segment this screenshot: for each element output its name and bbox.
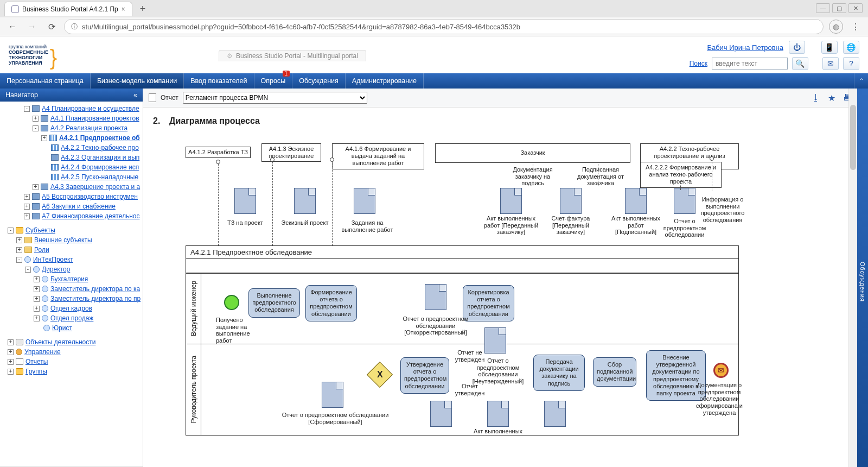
tree-toggle[interactable]: + bbox=[34, 276, 40, 282]
end-event[interactable] bbox=[713, 363, 729, 378]
new-tab-button[interactable]: + bbox=[135, 1, 151, 17]
document-artifact-icon[interactable] bbox=[234, 188, 256, 214]
tree-toggle[interactable]: + bbox=[34, 296, 40, 302]
tree-link-active[interactable]: А4.2.1 Предпроектное об bbox=[59, 134, 140, 142]
tree-link[interactable]: Роли bbox=[34, 246, 49, 254]
tree-toggle[interactable]: + bbox=[34, 306, 40, 312]
tree-toggle[interactable]: + bbox=[8, 339, 14, 345]
window-maximize[interactable]: ▢ bbox=[832, 3, 846, 13]
window-minimize[interactable]: — bbox=[816, 3, 830, 13]
tree-link[interactable]: А6 Закупки и снабжение bbox=[42, 203, 116, 210]
tree-toggle[interactable]: + bbox=[16, 247, 22, 253]
side-discussions-tab[interactable]: Обсуждения bbox=[857, 89, 868, 467]
mail-icon[interactable]: ✉ bbox=[822, 57, 839, 70]
tree-link[interactable]: А4.2.2 Техно-рабочее про bbox=[61, 144, 139, 152]
tree-toggle[interactable]: - bbox=[16, 257, 22, 263]
diagram-ref-box[interactable]: A4.1.6 Формирование и выдача заданий на … bbox=[332, 143, 424, 169]
tree-link[interactable]: А4.2.4 Формирование исп bbox=[61, 163, 139, 171]
tree-toggle[interactable]: + bbox=[24, 204, 30, 210]
tree-link[interactable]: А4.2.5 Пуско-наладочные bbox=[61, 173, 138, 181]
tree-link[interactable]: Субъекты bbox=[25, 226, 55, 234]
bpmn-task[interactable]: Выполнение предпроектного обследования bbox=[248, 288, 300, 318]
tree-link[interactable]: Внешние субъекты bbox=[34, 236, 92, 244]
tree-toggle[interactable]: + bbox=[8, 349, 14, 355]
star-icon[interactable]: ★ bbox=[828, 93, 835, 103]
power-icon[interactable]: ⏻ bbox=[789, 41, 805, 54]
menu-indicators[interactable]: Ввод показателей bbox=[184, 73, 254, 89]
url-box[interactable]: ⓘ stu/Multilingual_portal/businessmodel.… bbox=[64, 19, 824, 34]
browser-menu-icon[interactable]: ⋮ bbox=[848, 20, 863, 34]
document-artifact-icon[interactable] bbox=[544, 401, 566, 427]
tree-link[interactable]: А7 Финансирование деятельнос bbox=[42, 212, 139, 220]
tree-toggle[interactable]: + bbox=[34, 286, 40, 292]
tree-link[interactable]: Директор bbox=[42, 266, 70, 273]
bpmn-task[interactable]: Формирование отчета о предпроектном обсл… bbox=[305, 285, 357, 321]
tree-link[interactable]: Заместитель директора по ка bbox=[50, 285, 140, 293]
diagram-pool-customer[interactable]: Заказчик bbox=[435, 143, 630, 163]
tree-link[interactable]: А4.2.3 Организация и вып bbox=[61, 154, 139, 161]
globe-icon[interactable]: 🌐 bbox=[843, 41, 859, 54]
diagram-ref-box[interactable]: A4.2.2.2 Формирование и анализ техно-раб… bbox=[640, 162, 722, 188]
diagram-ref-box[interactable]: A4.1.2 Разработка ТЗ bbox=[186, 147, 251, 158]
menu-discussions[interactable]: Обсуждения bbox=[292, 73, 346, 89]
tree-toggle[interactable]: + bbox=[34, 315, 40, 321]
document-artifact-icon[interactable] bbox=[354, 188, 375, 214]
menu-business-model[interactable]: Бизнес-модель компании bbox=[91, 73, 184, 89]
bpmn-task[interactable]: Передача документации заказчику на подпи… bbox=[533, 355, 585, 391]
tree-toggle[interactable]: - bbox=[24, 106, 30, 112]
document-artifact-icon[interactable] bbox=[425, 284, 446, 310]
document-artifact-icon[interactable] bbox=[500, 188, 522, 214]
tree-link[interactable]: Группы bbox=[25, 368, 47, 375]
content-vscroll[interactable] bbox=[848, 89, 857, 467]
tree-link[interactable]: Бухгалтерия bbox=[50, 275, 88, 283]
bpmn-task[interactable]: Утверждение отчета о предпроектном обсле… bbox=[400, 357, 449, 394]
document-artifact-icon[interactable] bbox=[294, 188, 316, 214]
tree-toggle[interactable]: + bbox=[33, 116, 39, 122]
tree-link[interactable]: Отчеты bbox=[25, 358, 48, 365]
tree-link[interactable]: А5 Воспроизводство инструмен bbox=[42, 193, 138, 200]
tree-link[interactable]: Юрист bbox=[52, 324, 72, 332]
profile-avatar-icon[interactable]: ◍ bbox=[829, 20, 843, 34]
tree-link[interactable]: А4.3 Завершение проекта и а bbox=[50, 183, 140, 191]
menu-personal[interactable]: Персональная страница bbox=[0, 73, 91, 89]
navigator-collapse-icon[interactable]: « bbox=[133, 91, 137, 99]
menu-surveys[interactable]: Опросы1 bbox=[254, 73, 293, 89]
nav-forward-icon[interactable]: → bbox=[25, 20, 39, 34]
download-icon[interactable]: ⭳ bbox=[812, 93, 820, 103]
document-artifact-icon[interactable] bbox=[322, 382, 343, 408]
window-close[interactable]: ✕ bbox=[848, 3, 863, 13]
bpmn-diagram[interactable]: A4.1.2 Разработка ТЗ A4.1.3 Эскизное про… bbox=[186, 134, 826, 438]
menu-admin[interactable]: Администрирование bbox=[346, 73, 424, 89]
tree-link[interactable]: А4 Планирование и осуществле bbox=[42, 105, 139, 112]
tree-toggle[interactable]: + bbox=[41, 135, 47, 141]
document-artifact-icon[interactable] bbox=[674, 188, 695, 214]
tree-link[interactable]: Объекты деятельности bbox=[25, 338, 95, 346]
search-label[interactable]: Поиск bbox=[690, 60, 707, 67]
search-icon[interactable]: 🔍 bbox=[792, 57, 808, 70]
tree-toggle[interactable]: + bbox=[24, 194, 30, 200]
site-info-icon[interactable]: ⓘ bbox=[71, 22, 78, 31]
report-select[interactable]: Регламент процесса BPMN bbox=[183, 92, 367, 104]
portal-top-tab[interactable]: ⚙ Business Studio Portal - Multilingual … bbox=[219, 50, 366, 61]
tree-toggle[interactable]: + bbox=[16, 237, 22, 243]
search-input[interactable] bbox=[712, 58, 788, 70]
menu-collapse-icon[interactable]: ⌃ bbox=[854, 73, 868, 89]
tree-link[interactable]: ИнТехПроект bbox=[33, 256, 73, 263]
tab-close-icon[interactable]: × bbox=[122, 5, 125, 13]
browser-tab[interactable]: Business Studio Portal A4.2.1 Пр × bbox=[4, 2, 132, 16]
document-artifact-icon[interactable] bbox=[560, 188, 582, 214]
bpmn-pool[interactable]: A4.2.1 Предпроектное обследование Ведущи… bbox=[186, 245, 739, 436]
tree-link[interactable]: А4.1 Планирование проектов bbox=[50, 115, 139, 122]
tree-toggle[interactable]: + bbox=[8, 369, 14, 375]
document-artifact-icon[interactable] bbox=[625, 188, 647, 214]
nav-reload-icon[interactable]: ⟳ bbox=[44, 20, 59, 34]
tree-link[interactable]: Отдел продаж bbox=[50, 314, 93, 322]
bpmn-task[interactable]: Сбор подписанной документации bbox=[593, 357, 636, 387]
tree-toggle[interactable]: + bbox=[8, 359, 14, 365]
tree-link[interactable]: Отдел кадров bbox=[50, 305, 92, 312]
tree-link[interactable]: Заместитель директора по пр bbox=[50, 295, 141, 302]
help-icon[interactable]: ? bbox=[843, 57, 859, 70]
tree-link[interactable]: Управление bbox=[24, 348, 61, 356]
start-event[interactable] bbox=[224, 295, 239, 310]
document-artifact-icon[interactable] bbox=[430, 401, 452, 427]
